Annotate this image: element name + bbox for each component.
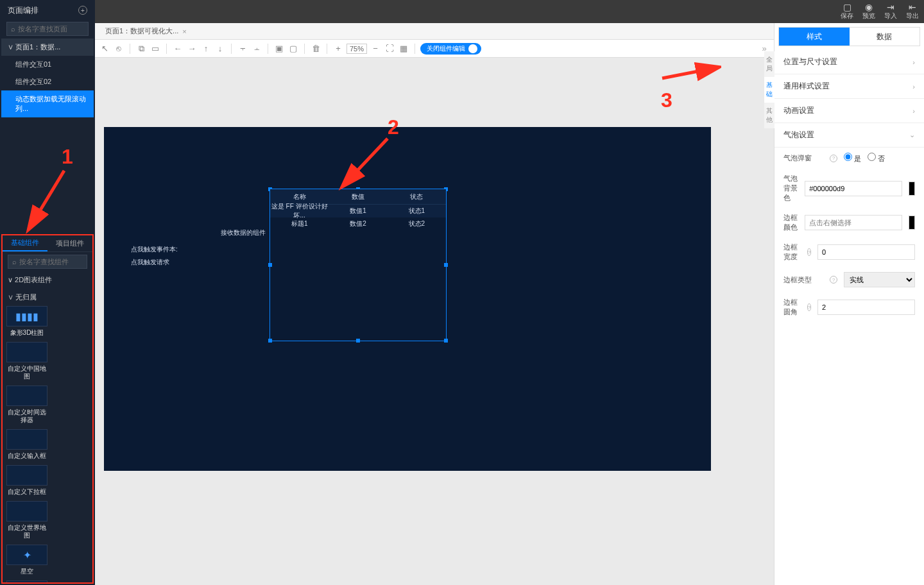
page-tab[interactable]: 页面1：数据可视化大... ×: [100, 26, 192, 36]
edit-toggle[interactable]: 关闭组件编辑: [420, 43, 481, 55]
layer-back-icon[interactable]: ▢: [287, 43, 299, 55]
zoom-value[interactable]: 75%: [346, 44, 367, 54]
section-bubble[interactable]: 气泡设置⌄: [774, 123, 924, 148]
page-search[interactable]: ⌕: [6, 22, 89, 36]
handle-icon[interactable]: [268, 263, 272, 267]
export-button[interactable]: ⇤导出: [906, 3, 919, 21]
grid-none: ▮▮▮▮象形3D柱图 自定义中国地图 自定义时间选择器 自定义输入框 自定义下拉…: [6, 306, 89, 582]
tab-project-components[interactable]: 项目组件: [47, 235, 92, 251]
save-icon: ▢: [843, 3, 851, 12]
arrow-down-icon[interactable]: ↓: [214, 43, 226, 55]
group-2d[interactable]: ∨ 2D图表组件: [6, 271, 89, 289]
paste-icon[interactable]: ▭: [150, 43, 161, 55]
page-tree: ∨ 页面1：数据... 组件交互01 组件交互02 动态数据加载无限滚动列...: [1, 38, 94, 117]
help-icon[interactable]: ?: [807, 248, 811, 256]
align-top-icon[interactable]: ⫟: [237, 43, 248, 55]
close-icon[interactable]: ×: [182, 28, 186, 35]
page-child[interactable]: 组件交互01: [1, 56, 94, 73]
component-search[interactable]: ⌕: [8, 255, 87, 269]
vtab-other[interactable]: 其他: [764, 103, 774, 128]
component-card[interactable]: 自定义时间选择器: [6, 386, 47, 427]
component-library: 基础组件 项目组件 ⌕ ∨ 2D图表组件 ∨ 无归属 ▮▮▮▮象形3D柱图 自定…: [1, 234, 94, 584]
thumb-icon: [6, 581, 47, 582]
zoom-in-icon[interactable]: +: [332, 43, 344, 55]
toolbar: ↖ ⎋ ⧉ ▭ ← → ↑ ↓ ⫟ ⫠ ▣ ▢ 🗑 + 75% − ⛶ ▦ 关闭…: [95, 40, 774, 58]
help-icon[interactable]: ?: [830, 276, 837, 284]
section-position[interactable]: 位置与尺寸设置›: [774, 50, 924, 74]
vtab-global[interactable]: 全局: [764, 51, 774, 77]
help-icon[interactable]: ?: [830, 155, 837, 162]
component-card[interactable]: 自定义中国地图: [6, 342, 47, 383]
popup-radio: 是 否: [844, 153, 885, 164]
thumb-icon: [6, 465, 47, 486]
canvas-wrap[interactable]: 点我触发事件本: 点我触发请求 接收数据的组件 名称 数值 状态 这是 FF 评…: [95, 58, 774, 585]
bg-color-input[interactable]: [805, 181, 902, 196]
component-card[interactable]: 拓补图: [6, 581, 47, 582]
component-card[interactable]: 自定义输入框: [6, 429, 47, 462]
vertical-tabs: 全局 基础 其他: [764, 51, 774, 128]
vtab-basic[interactable]: 基础: [764, 77, 774, 103]
handle-icon[interactable]: [444, 339, 448, 343]
color-swatch[interactable]: [909, 182, 915, 196]
right-tabs: 样式 数据: [778, 27, 920, 46]
text-trigger-req[interactable]: 点我触发请求: [131, 258, 169, 267]
arrow-right-icon[interactable]: →: [186, 43, 198, 55]
fit-icon[interactable]: ⛶: [384, 43, 395, 55]
topbar: ▢保存 ◉预览 ⇥导入 ⇤导出: [0, 0, 924, 23]
border-width-input[interactable]: [817, 244, 915, 260]
add-page-icon[interactable]: +: [78, 6, 87, 15]
page-search-input[interactable]: [18, 25, 107, 33]
chevron-right-icon: ›: [912, 107, 915, 115]
lock-icon[interactable]: ⎋: [113, 43, 124, 55]
section-common-style[interactable]: 通用样式设置›: [774, 74, 924, 99]
export-icon: ⇤: [909, 3, 916, 12]
component-card[interactable]: ▮▮▮▮象形3D柱图: [6, 306, 47, 339]
tab-style[interactable]: 样式: [779, 28, 850, 46]
color-swatch[interactable]: [909, 216, 915, 230]
arrow-up-icon[interactable]: ↑: [200, 43, 212, 55]
page-child[interactable]: 组件交互02: [1, 73, 94, 90]
group-none[interactable]: ∨ 无归属: [6, 289, 89, 306]
table-row: 这是 FF 评价设计好坏... 数值1 状态1: [270, 205, 446, 217]
component-card[interactable]: 自定义下拉框: [6, 465, 47, 498]
help-icon[interactable]: ?: [807, 303, 811, 311]
field-border-type: 边框类型? 实线: [774, 267, 924, 292]
component-card[interactable]: 自定义世界地图: [6, 501, 47, 542]
copy-icon[interactable]: ⧉: [135, 43, 147, 55]
radio-yes[interactable]: 是: [844, 153, 861, 164]
left-header: 页面编排 +: [1, 1, 94, 19]
chevron-right-icon: ›: [912, 83, 915, 90]
arrow-left-icon[interactable]: ←: [172, 43, 184, 55]
switch-icon: [468, 44, 477, 53]
handle-icon[interactable]: [444, 263, 448, 267]
save-button[interactable]: ▢保存: [841, 3, 853, 21]
handle-icon[interactable]: [268, 339, 272, 343]
canvas[interactable]: 点我触发事件本: 点我触发请求 接收数据的组件 名称 数值 状态 这是 FF 评…: [104, 127, 711, 471]
border-type-select[interactable]: 实线: [844, 272, 915, 287]
selection-box[interactable]: 名称 数值 状态 这是 FF 评价设计好坏... 数值1 状态1 标题1 数值2…: [270, 189, 447, 341]
section-animation[interactable]: 动画设置›: [774, 99, 924, 123]
chevron-down-icon: ⌄: [909, 131, 915, 139]
thumb-icon: [6, 429, 47, 450]
layer-front-icon[interactable]: ▣: [273, 43, 285, 55]
grid-icon[interactable]: ▦: [398, 43, 409, 55]
component-card[interactable]: ✦星空: [6, 545, 47, 578]
preview-button[interactable]: ◉预览: [862, 3, 875, 21]
zoom-out-icon[interactable]: −: [370, 43, 381, 55]
border-color-input[interactable]: [805, 215, 902, 230]
field-border-width: 边框宽度?: [774, 237, 924, 267]
delete-icon[interactable]: 🗑: [310, 43, 321, 55]
text-trigger-event[interactable]: 点我触发事件本:: [131, 245, 178, 254]
cursor-icon[interactable]: ↖: [99, 43, 110, 55]
table-row: 标题1 数值2 状态2: [270, 217, 446, 230]
import-button[interactable]: ⇥导入: [884, 3, 897, 21]
tab-basic-components[interactable]: 基础组件: [3, 235, 47, 251]
page-child-active[interactable]: 动态数据加载无限滚动列...: [1, 90, 94, 117]
component-list[interactable]: ∨ 2D图表组件 ∨ 无归属 ▮▮▮▮象形3D柱图 自定义中国地图 自定义时间选…: [3, 271, 92, 582]
tab-data[interactable]: 数据: [850, 28, 920, 46]
align-bottom-icon[interactable]: ⫠: [251, 43, 262, 55]
page-root[interactable]: ∨ 页面1：数据...: [1, 38, 94, 56]
radio-no[interactable]: 否: [868, 153, 885, 164]
border-radius-input[interactable]: [817, 300, 915, 315]
handle-icon[interactable]: [356, 339, 360, 343]
